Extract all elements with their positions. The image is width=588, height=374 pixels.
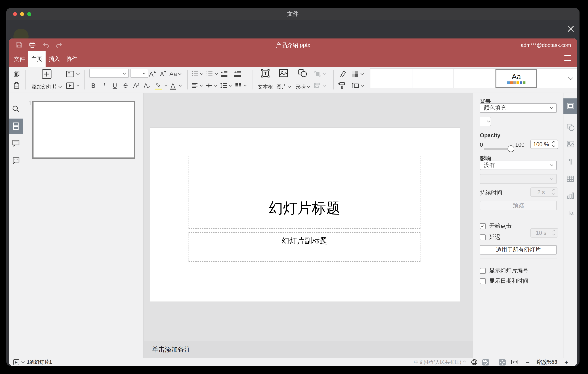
- decrease-indent-button[interactable]: [220, 69, 228, 79]
- start-slideshow-status-button[interactable]: ▶: [13, 359, 19, 365]
- chat-button[interactable]: [9, 153, 23, 168]
- line-spacing-button[interactable]: [220, 80, 231, 90]
- copy-style-button[interactable]: [338, 80, 345, 90]
- increase-indent-button[interactable]: [234, 69, 241, 79]
- apply-to-all-slides-button[interactable]: 适用于所有幻灯片: [480, 245, 557, 254]
- slide-thumbnail[interactable]: [32, 101, 135, 159]
- fit-to-width-button[interactable]: [511, 359, 518, 365]
- highlight-color-bar: [155, 88, 162, 90]
- strikethrough-button[interactable]: S: [122, 80, 129, 90]
- fit-to-slide-button[interactable]: [499, 359, 506, 365]
- change-case-button[interactable]: Aa: [169, 69, 181, 79]
- bullet-list-button[interactable]: [191, 69, 203, 79]
- right-icon-rail: ¶ Ta: [563, 93, 577, 358]
- divider: [84, 70, 85, 89]
- theme-option[interactable]: [412, 69, 454, 88]
- highlight-color-button[interactable]: ✎: [154, 80, 167, 90]
- theme-option[interactable]: [370, 69, 412, 88]
- menu-icon[interactable]: [564, 55, 571, 61]
- font-color-button[interactable]: A: [169, 80, 181, 90]
- columns-button[interactable]: [235, 80, 246, 90]
- slide[interactable]: 幻灯片标题 幻灯片副标题: [150, 128, 460, 302]
- paragraph-settings-button[interactable]: ¶: [563, 154, 577, 169]
- decrease-font-button[interactable]: A▼: [159, 69, 168, 79]
- vertical-align-button[interactable]: [206, 80, 217, 90]
- opacity-slider-thumb[interactable]: [508, 145, 514, 152]
- delay-checkbox[interactable]: [480, 234, 486, 240]
- copy-button[interactable]: [13, 69, 20, 79]
- tab-insert[interactable]: 插入: [46, 51, 63, 67]
- theme-gallery-expand-button[interactable]: [564, 69, 577, 88]
- theme-option-selected[interactable]: Aa: [495, 69, 537, 88]
- tab-collaboration[interactable]: 协作: [63, 51, 80, 67]
- save-button[interactable]: [15, 40, 24, 49]
- text-box-button[interactable]: 文本框: [256, 69, 275, 90]
- undo-button[interactable]: [41, 40, 50, 49]
- horizontal-align-button[interactable]: [191, 80, 202, 90]
- chart-settings-button[interactable]: [563, 188, 577, 203]
- preview-button: 预览: [480, 201, 557, 210]
- zoom-in-button[interactable]: +: [563, 360, 569, 364]
- slides-panel-button[interactable]: [9, 119, 23, 134]
- underline-button[interactable]: U: [112, 80, 118, 90]
- insert-shape-button[interactable]: 形状: [293, 69, 312, 90]
- fill-type-select[interactable]: 颜色填充: [480, 103, 557, 113]
- arrange-shape-button[interactable]: [314, 69, 326, 79]
- show-date-time-checkbox[interactable]: [480, 278, 486, 284]
- slide-settings-button[interactable]: [563, 99, 577, 114]
- delay-label: 延迟: [489, 233, 500, 241]
- spell-check-button[interactable]: [482, 359, 490, 365]
- theme-option[interactable]: [454, 69, 495, 88]
- add-slide-button[interactable]: 添加幻灯片: [30, 69, 63, 90]
- zoom-out-button[interactable]: −: [525, 360, 531, 364]
- slide-size-button[interactable]: [351, 80, 364, 90]
- left-icon-rail: [9, 93, 23, 358]
- shape-label: 形状: [295, 84, 306, 90]
- superscript-button[interactable]: A²: [132, 80, 140, 90]
- slide-title-text: 幻灯片标题: [189, 199, 420, 218]
- align-shape-button[interactable]: [314, 80, 326, 90]
- show-slide-number-checkbox[interactable]: [480, 268, 486, 274]
- image-settings-button[interactable]: [563, 136, 577, 152]
- search-button[interactable]: [9, 101, 23, 116]
- numbered-list-button[interactable]: [206, 69, 218, 79]
- subscript-button[interactable]: A₂: [143, 80, 151, 90]
- table-settings-button[interactable]: [563, 171, 577, 186]
- paste-button[interactable]: [13, 80, 20, 90]
- start-on-click-checkbox[interactable]: ✓: [480, 223, 486, 229]
- opacity-slider-track[interactable]: [484, 148, 511, 150]
- italic-button[interactable]: I: [101, 80, 107, 90]
- slideshow-options-chevron[interactable]: [21, 360, 25, 363]
- font-size-input[interactable]: [130, 69, 148, 78]
- tab-file[interactable]: 文件: [11, 51, 28, 67]
- redo-button[interactable]: [54, 40, 63, 49]
- tab-home[interactable]: 主页: [28, 51, 46, 67]
- increase-font-button[interactable]: A▲: [149, 69, 157, 79]
- document-language-icon[interactable]: [471, 359, 478, 365]
- language-selector[interactable]: 中文(中华人民共和国): [414, 359, 466, 365]
- shape-settings-button[interactable]: [563, 120, 577, 135]
- print-button[interactable]: [28, 40, 37, 49]
- comments-button[interactable]: [9, 136, 23, 151]
- slide-layout-button[interactable]: [66, 69, 79, 79]
- fill-color-picker[interactable]: [480, 117, 491, 126]
- opacity-input[interactable]: 100 %: [530, 140, 558, 149]
- bold-button[interactable]: B: [90, 80, 96, 90]
- divider: [480, 152, 557, 152]
- zoom-level[interactable]: 缩放%53: [537, 359, 557, 365]
- effect-select[interactable]: 没有: [480, 161, 557, 170]
- text-art-settings-button[interactable]: Ta: [563, 205, 577, 220]
- slide-canvas[interactable]: 幻灯片标题 幻灯片副标题: [144, 93, 473, 341]
- status-bar: ▶ 1的幻灯片1 中文(中华人民共和国): [9, 358, 577, 366]
- insert-image-button[interactable]: 图片: [274, 69, 292, 90]
- subtitle-placeholder[interactable]: 幻灯片副标题: [189, 232, 420, 262]
- notes-area[interactable]: 单击添加备注: [144, 341, 473, 358]
- clear-style-button[interactable]: [338, 69, 346, 79]
- font-name-input[interactable]: [89, 69, 129, 78]
- title-placeholder[interactable]: 幻灯片标题: [189, 156, 420, 229]
- toolbar: 添加幻灯片 A▲: [9, 67, 577, 93]
- color-scheme-button[interactable]: [351, 69, 363, 79]
- close-icon[interactable]: [567, 25, 575, 33]
- start-slideshow-button[interactable]: [66, 80, 79, 90]
- theme-option[interactable]: [537, 69, 564, 88]
